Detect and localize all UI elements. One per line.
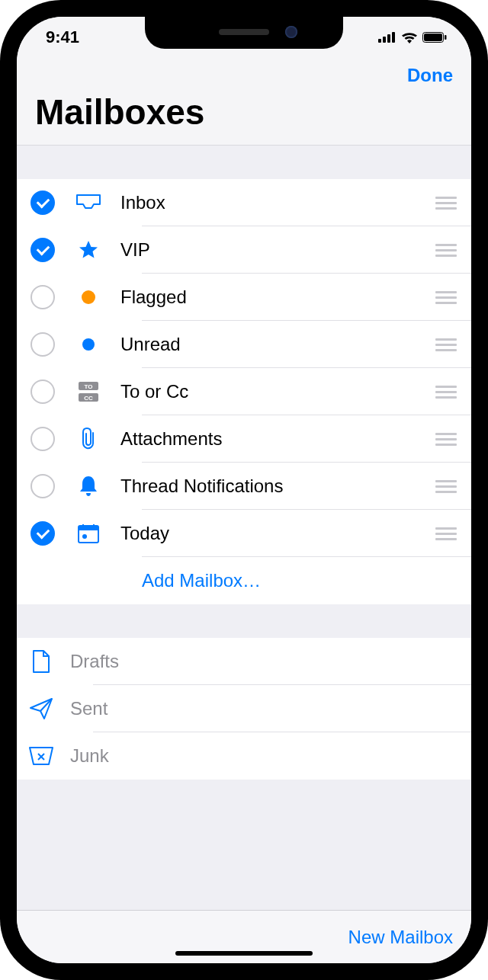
add-mailbox-label: Add Mailbox…	[142, 570, 458, 591]
svg-text:CC: CC	[84, 395, 93, 402]
static-mailbox-label: Sent	[70, 698, 458, 719]
mailbox-row[interactable]: Flagged	[17, 274, 471, 321]
junk-icon	[26, 741, 56, 771]
static-mailboxes-list: DraftsSentJunk	[17, 638, 471, 780]
star-icon	[73, 235, 104, 265]
home-indicator[interactable]	[175, 951, 313, 956]
checkbox[interactable]	[30, 285, 55, 309]
mailbox-row[interactable]: Thread Notifications	[17, 463, 471, 510]
mailbox-row[interactable]: Today	[17, 510, 471, 557]
paperclip-icon	[73, 424, 104, 454]
static-mailbox-row[interactable]: Drafts	[17, 638, 471, 685]
nav-bar: Done Mailboxes	[17, 58, 471, 146]
doc-icon	[26, 646, 56, 677]
mailbox-row[interactable]: Unread	[17, 321, 471, 368]
svg-rect-14	[79, 526, 98, 530]
mailbox-row[interactable]: Attachments	[17, 415, 471, 463]
inbox-icon	[73, 187, 104, 218]
checkbox[interactable]	[30, 238, 55, 262]
checkbox[interactable]	[30, 427, 55, 451]
svg-point-8	[82, 338, 95, 351]
notch	[145, 17, 343, 49]
add-mailbox-row[interactable]: Add Mailbox…	[17, 557, 471, 604]
drag-handle-icon[interactable]	[435, 433, 458, 446]
done-button[interactable]: Done	[407, 65, 453, 86]
mailbox-label: Flagged	[120, 287, 435, 308]
mailbox-label: Thread Notifications	[120, 476, 435, 497]
mailbox-label: To or Cc	[120, 381, 435, 402]
mailbox-label: Unread	[120, 334, 435, 355]
send-icon	[26, 693, 56, 724]
drag-handle-icon[interactable]	[435, 291, 458, 304]
screen: 9:41 Done Mailboxes InboxV	[17, 17, 471, 963]
mailbox-list-scroll[interactable]: InboxVIPFlaggedUnreadTOCCTo or CcAttachm…	[17, 146, 471, 910]
mailbox-label: Inbox	[120, 192, 435, 213]
wifi-icon	[401, 31, 418, 43]
checkbox[interactable]	[30, 332, 55, 357]
calendar-icon	[73, 518, 104, 549]
mailbox-label: Today	[120, 523, 435, 544]
svg-rect-5	[424, 34, 442, 41]
drag-handle-icon[interactable]	[435, 386, 458, 399]
svg-point-7	[82, 290, 95, 304]
drag-handle-icon[interactable]	[435, 480, 458, 493]
svg-point-15	[82, 534, 87, 539]
to-cc-icon: TOCC	[73, 376, 104, 407]
svg-rect-6	[445, 35, 447, 40]
static-mailbox-label: Junk	[70, 745, 458, 767]
checkbox[interactable]	[30, 191, 55, 215]
mailbox-row[interactable]: VIP	[17, 226, 471, 274]
static-mailbox-row[interactable]: Sent	[17, 685, 471, 732]
checkbox[interactable]	[30, 521, 55, 546]
page-title: Mailboxes	[35, 88, 453, 136]
svg-rect-3	[392, 32, 395, 43]
mailbox-label: Attachments	[120, 428, 435, 450]
new-mailbox-button[interactable]: New Mailbox	[348, 927, 453, 948]
blue-dot-icon	[73, 329, 104, 360]
svg-text:TO: TO	[85, 383, 93, 390]
checkbox[interactable]	[30, 380, 55, 404]
svg-rect-0	[378, 39, 381, 43]
smart-mailboxes-list: InboxVIPFlaggedUnreadTOCCTo or CcAttachm…	[17, 179, 471, 604]
drag-handle-icon[interactable]	[435, 244, 458, 257]
signal-icon	[378, 32, 396, 43]
svg-rect-2	[387, 34, 390, 43]
drag-handle-icon[interactable]	[435, 197, 458, 210]
svg-rect-1	[383, 37, 386, 43]
static-mailbox-row[interactable]: Junk	[17, 732, 471, 780]
drag-handle-icon[interactable]	[435, 527, 458, 540]
bell-icon	[73, 471, 104, 501]
checkbox[interactable]	[30, 474, 55, 498]
flag-dot-icon	[73, 282, 104, 312]
static-mailbox-label: Drafts	[70, 651, 458, 672]
mailbox-label: VIP	[120, 239, 435, 261]
battery-icon	[422, 32, 447, 43]
drag-handle-icon[interactable]	[435, 338, 458, 351]
device-frame: 9:41 Done Mailboxes InboxV	[0, 0, 488, 980]
mailbox-row[interactable]: TOCCTo or Cc	[17, 368, 471, 415]
mailbox-row[interactable]: Inbox	[17, 179, 471, 226]
